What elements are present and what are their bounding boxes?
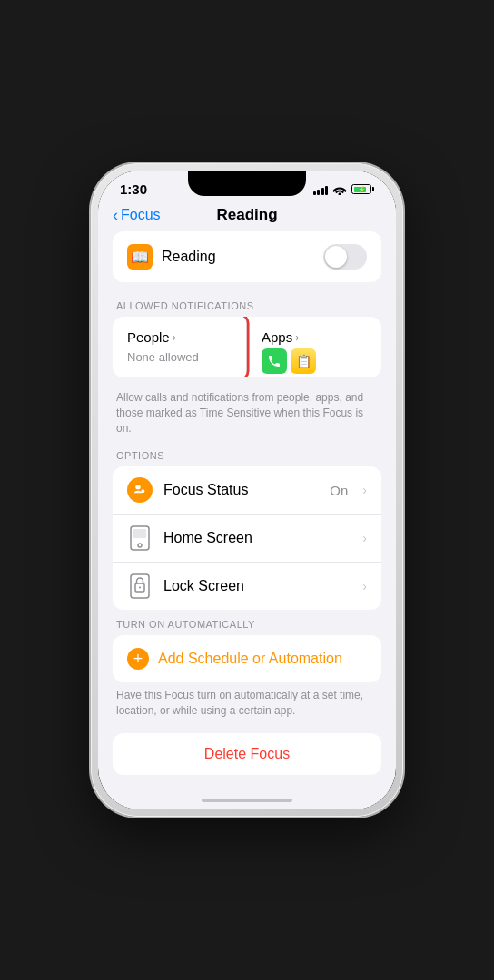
turn-on-section: TURN ON AUTOMATICALLY + Add Schedule or …: [113, 619, 381, 719]
people-focus-icon: [133, 483, 147, 497]
lock-screen-row[interactable]: Lock Screen ›: [113, 562, 381, 610]
svg-point-4: [138, 544, 142, 547]
delete-focus-card: Delete Focus: [113, 733, 381, 775]
home-screen-chevron-icon: ›: [362, 531, 367, 545]
notch: [188, 171, 306, 196]
apps-section: Apps › 📋: [247, 317, 381, 377]
reading-icon: 📖: [127, 244, 153, 270]
phone-app-icon: [262, 348, 287, 374]
people-title-row: People ›: [127, 329, 232, 345]
content-area: 📖 Reading ALLOWED NOTIFICATIONS People: [98, 231, 396, 791]
reading-title: Reading: [162, 249, 216, 265]
apps-chevron-icon: ›: [295, 331, 299, 344]
svg-rect-0: [113, 317, 248, 377]
svg-point-1: [135, 485, 140, 489]
apps-button[interactable]: Apps › 📋: [247, 317, 381, 377]
status-icons: ⚡: [313, 184, 375, 195]
add-schedule-row[interactable]: + Add Schedule or Automation: [113, 635, 381, 682]
reading-header-card: 📖 Reading: [113, 231, 381, 282]
add-icon: +: [127, 648, 149, 670]
people-highlight-wrapper: People › None allowed: [113, 317, 247, 377]
battery-icon: ⚡: [351, 184, 374, 194]
lock-screen-icon: [130, 573, 150, 599]
lock-screen-label: Lock Screen: [163, 578, 351, 594]
home-screen-icon: [130, 525, 150, 551]
toggle-thumb: [325, 246, 347, 268]
nav-bar: ‹ Focus Reading: [98, 202, 396, 231]
status-time: 1:30: [120, 181, 147, 197]
people-chevron-icon: ›: [173, 331, 176, 344]
notifications-description: Allow calls and notifications from peopl…: [113, 390, 381, 436]
home-screen-label: Home Screen: [163, 530, 351, 546]
allowed-notifications-label: ALLOWED NOTIFICATIONS: [113, 300, 381, 311]
home-screen-row[interactable]: Home Screen ›: [113, 514, 381, 562]
lock-screen-chevron-icon: ›: [362, 579, 367, 593]
signal-bars-icon: [313, 184, 329, 195]
options-card: Focus Status On › Home: [113, 466, 381, 610]
phone-frame: 1:30 ⚡: [91, 163, 403, 817]
lock-screen-icon-wrapper: [127, 573, 153, 599]
focus-status-icon: [127, 477, 153, 503]
home-bar: [202, 799, 292, 802]
focus-icon-circle: [127, 477, 153, 503]
apps-title-row: Apps ›: [262, 329, 367, 345]
add-schedule-label: Add Schedule or Automation: [158, 651, 342, 667]
notifications-card: People › None allowed: [113, 317, 381, 377]
battery-bolt-icon: ⚡: [358, 186, 366, 193]
back-chevron-icon: ‹: [113, 206, 118, 225]
phone-icon: [267, 354, 282, 368]
focus-status-value: On: [330, 483, 348, 498]
people-title: People: [127, 329, 170, 345]
home-indicator: [98, 791, 396, 809]
delete-focus-label: Delete Focus: [204, 746, 290, 762]
focus-status-label: Focus Status: [163, 482, 319, 498]
apps-title: Apps: [262, 329, 292, 345]
turn-on-card: + Add Schedule or Automation: [113, 635, 381, 682]
delete-focus-row[interactable]: Delete Focus: [113, 733, 381, 775]
screen: 1:30 ⚡: [98, 171, 396, 809]
svg-rect-3: [133, 529, 146, 538]
turn-on-description: Have this Focus turn on automatically at…: [113, 688, 381, 719]
people-button[interactable]: People › None allowed: [113, 317, 247, 377]
back-label: Focus: [121, 207, 161, 223]
apps-icons: 📋: [262, 348, 367, 374]
reading-toggle[interactable]: [323, 244, 367, 270]
focus-status-chevron-icon: ›: [362, 483, 367, 497]
wifi-icon: [332, 184, 347, 195]
notes-icon: 📋: [296, 354, 311, 368]
people-red-border: [113, 317, 250, 377]
focus-status-row[interactable]: Focus Status On ›: [113, 466, 381, 514]
options-label: OPTIONS: [113, 450, 381, 461]
notes-app-icon: 📋: [291, 348, 316, 374]
reading-label-row: 📖 Reading: [127, 244, 216, 270]
people-sub: None allowed: [127, 350, 199, 364]
turn-on-label: TURN ON AUTOMATICALLY: [113, 619, 381, 630]
phone-inner: 1:30 ⚡: [98, 171, 396, 809]
back-button[interactable]: ‹ Focus: [113, 206, 161, 225]
home-screen-icon-wrapper: [127, 525, 153, 551]
nav-title: Reading: [216, 206, 277, 224]
svg-point-7: [139, 587, 141, 589]
